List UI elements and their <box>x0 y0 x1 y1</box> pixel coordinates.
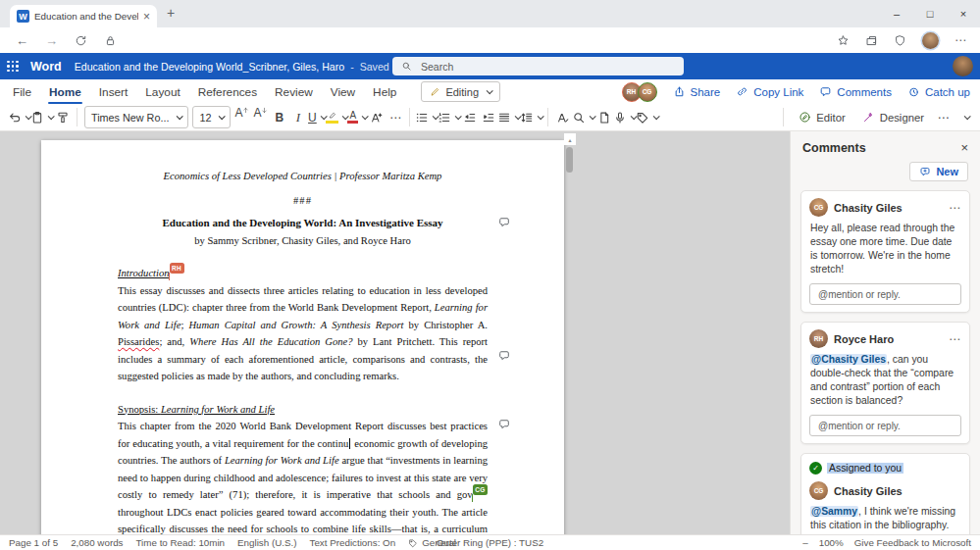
user-avatar[interactable] <box>953 56 973 76</box>
alignment-button[interactable] <box>497 106 520 129</box>
mention-chip[interactable]: @Sammy <box>810 506 858 517</box>
tab-help[interactable]: Help <box>364 79 405 104</box>
underline-button[interactable]: U <box>307 106 326 129</box>
tab-view[interactable]: View <box>322 79 364 104</box>
task-check-icon[interactable]: ✓ <box>809 462 822 475</box>
comment-anchor-icon[interactable] <box>497 349 511 362</box>
comments-button[interactable]: Comments <box>811 85 900 98</box>
introduction-paragraph: This essay discusses and dissects three … <box>118 282 488 385</box>
document-page[interactable]: Economics of Less Developed Countries | … <box>41 140 564 534</box>
new-comment-button[interactable]: New <box>909 162 968 181</box>
tab-insert[interactable]: Insert <box>90 79 137 104</box>
undo-button[interactable] <box>8 106 30 129</box>
more-commands-button[interactable]: ⋯ <box>934 106 953 129</box>
editing-mode-button[interactable]: Editing <box>421 81 500 102</box>
window-maximize-button[interactable]: □ <box>913 0 947 27</box>
chevron-down-icon <box>177 113 183 120</box>
presence-avatar-cg[interactable]: CG <box>638 82 657 102</box>
dictate-button[interactable] <box>613 106 636 129</box>
reply-input[interactable] <box>816 420 954 432</box>
tab-layout[interactable]: Layout <box>136 79 188 104</box>
copy-link-button[interactable]: Copy Link <box>728 85 811 98</box>
scroll-up-button[interactable]: ▴ <box>564 133 576 145</box>
mention-chip[interactable]: @Chasity Giles <box>810 354 887 365</box>
editor-button[interactable]: Editor <box>792 106 852 129</box>
new-tab-button[interactable]: + <box>167 5 175 21</box>
increase-indent-button[interactable] <box>479 106 497 129</box>
browser-settings-ellipsis-icon[interactable]: ⋯ <box>954 33 966 47</box>
font-size-select[interactable]: 12 <box>192 106 231 128</box>
tab-references[interactable]: References <box>189 79 266 104</box>
refresh-icon[interactable] <box>75 34 87 47</box>
app-launcher-icon[interactable] <box>0 53 26 79</box>
feedback-link[interactable]: Give Feedback to Microsoft <box>854 537 971 548</box>
catch-up-button[interactable]: Catch up <box>900 85 978 98</box>
bullets-button[interactable] <box>415 106 438 129</box>
window-close-button[interactable]: × <box>947 0 980 27</box>
text-predictions-toggle[interactable]: Text Predictions: On <box>310 537 396 548</box>
paste-button[interactable] <box>30 106 53 129</box>
reply-box[interactable] <box>809 415 961 436</box>
line-spacing-button[interactable] <box>520 106 542 129</box>
font-name-select[interactable]: Times New Ro... <box>84 106 188 128</box>
reply-input[interactable] <box>816 288 954 301</box>
reuse-files-button[interactable] <box>594 106 613 129</box>
tab-file[interactable]: File <box>4 79 40 104</box>
grow-font-button[interactable]: A <box>232 106 251 129</box>
shrink-font-button[interactable]: A <box>251 106 270 129</box>
chevron-down-icon <box>963 113 970 120</box>
decrease-indent-button[interactable] <box>460 106 479 129</box>
lock-icon[interactable] <box>104 34 117 47</box>
more-font-options-button[interactable]: ⋯ <box>386 106 404 129</box>
zoom-level[interactable]: 100% <box>819 537 844 548</box>
comment-body: Hey all, please read through the essay o… <box>810 222 960 276</box>
share-button[interactable]: Share <box>665 85 729 98</box>
browser-shield-icon[interactable] <box>894 34 906 47</box>
search-bar[interactable] <box>392 57 684 75</box>
browser-profile-avatar[interactable] <box>922 32 939 49</box>
presence-avatars[interactable]: RH CG <box>626 82 657 102</box>
comment-thread-task[interactable]: ✓ Assigned to you CG Chasity Giles @Samm… <box>800 453 970 534</box>
comment-menu-icon[interactable]: ⋯ <box>949 332 961 346</box>
font-color-button[interactable]: A <box>347 106 367 129</box>
forward-icon[interactable]: → <box>45 34 58 47</box>
numbering-button[interactable] <box>438 106 460 129</box>
app-name[interactable]: Word <box>30 60 62 74</box>
format-painter-button[interactable] <box>53 106 72 129</box>
comment-anchor-icon[interactable] <box>497 216 511 228</box>
search-input[interactable] <box>419 60 675 74</box>
essay-title: Education and the Developing World: An I… <box>118 215 488 232</box>
page-count[interactable]: Page 1 of 5 <box>9 537 58 548</box>
zoom-out-icon[interactable]: – <box>802 537 807 548</box>
arrow-up-icon <box>242 107 249 114</box>
vertical-scrollbar[interactable] <box>566 147 573 173</box>
styles-button[interactable] <box>553 106 572 129</box>
text-effects-button[interactable] <box>367 106 386 129</box>
document-title[interactable]: Education and the Developing World_Scrib… <box>75 61 403 73</box>
tab-close-icon[interactable]: × <box>143 10 150 24</box>
italic-button[interactable]: I <box>288 106 307 129</box>
sensitivity-button[interactable] <box>636 106 658 129</box>
link-icon <box>736 85 748 98</box>
word-count[interactable]: 2,080 words <box>71 537 123 548</box>
language-selector[interactable]: English (U.S.) <box>237 537 296 548</box>
designer-button[interactable]: Designer <box>855 106 931 129</box>
back-icon[interactable]: ← <box>16 34 28 47</box>
close-panel-icon[interactable]: × <box>960 140 968 155</box>
comment-menu-icon[interactable]: ⋯ <box>949 201 961 215</box>
tab-home[interactable]: Home <box>40 79 90 104</box>
window-minimize-button[interactable]: – <box>880 0 913 27</box>
comment-thread[interactable]: RH Royce Haro ⋯ @Chasity Giles, can you … <box>800 322 970 444</box>
tab-review[interactable]: Review <box>266 79 322 104</box>
browser-tab[interactable]: W Education and the Developing W × <box>10 5 157 27</box>
bold-button[interactable]: B <box>270 106 288 129</box>
favorite-star-icon[interactable] <box>837 34 850 47</box>
collapse-ribbon-button[interactable] <box>955 106 974 129</box>
find-button[interactable] <box>572 106 594 129</box>
reply-box[interactable] <box>809 283 961 305</box>
comment-bubble-icon <box>819 85 832 98</box>
comment-thread[interactable]: CG Chasity Giles ⋯ Hey all, please read … <box>800 190 970 313</box>
comment-anchor-icon[interactable] <box>497 418 511 430</box>
favorites-bar-icon[interactable] <box>865 34 878 47</box>
highlight-button[interactable] <box>326 106 347 129</box>
